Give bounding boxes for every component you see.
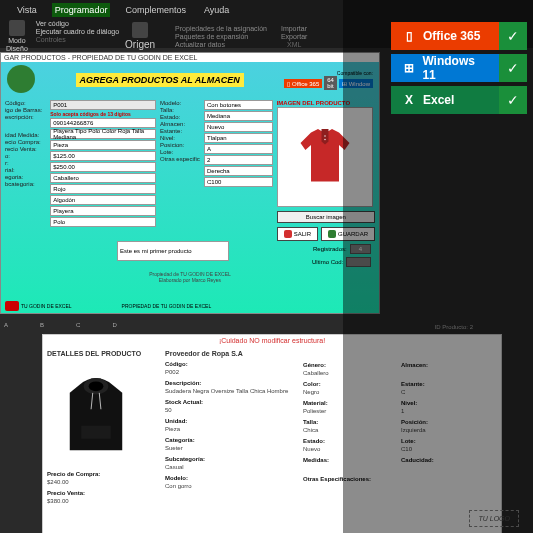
sheet-value: Sueter bbox=[165, 445, 295, 451]
price-sell: $380.00 bbox=[47, 498, 157, 504]
product-image-box bbox=[277, 107, 373, 207]
registered-count: 4 bbox=[350, 244, 371, 254]
design-mode-icon bbox=[9, 20, 25, 36]
badge-excel: XExcel bbox=[391, 86, 499, 114]
input-field[interactable]: $250.00 bbox=[50, 162, 156, 172]
exit-button[interactable]: SALIR bbox=[277, 227, 318, 241]
input-field[interactable]: Playera Tipo Polo Color Roja Talla Media… bbox=[50, 129, 156, 139]
form-footer: Propiedad de TU GODIN DE EXCEL Elaborado… bbox=[1, 271, 379, 283]
badge-office365: ▯Office 365 bbox=[391, 22, 499, 50]
form-titlebar: GAR PRODUCTOS - PROPIEDAD DE TU GODIN DE… bbox=[1, 53, 379, 62]
search-image-button[interactable]: Buscar imagen bbox=[277, 211, 375, 223]
barcode-field[interactable]: 090144266876 bbox=[50, 118, 156, 128]
input-field[interactable]: C100 bbox=[204, 177, 273, 187]
svg-point-1 bbox=[324, 139, 325, 140]
ribbon-tabs: Vista Programador Complementos Ayuda bbox=[0, 0, 533, 17]
logo-placeholder: TU LOGO bbox=[469, 510, 519, 527]
badge-windows11: ⊞Windows 11 bbox=[391, 54, 499, 82]
sheet-value: Caballero bbox=[303, 370, 393, 376]
tab-ayuda[interactable]: Ayuda bbox=[201, 3, 232, 17]
code-field[interactable]: P001 bbox=[50, 100, 156, 110]
sheet-value: Pieza bbox=[165, 426, 295, 432]
price-buy: $240.00 bbox=[47, 479, 157, 485]
badge-windows-icon: ⊞ Window bbox=[339, 79, 373, 88]
sheet-value: Sudadera Negra Oversize Talla Chica Homb… bbox=[165, 388, 295, 394]
input-field[interactable]: 2 bbox=[204, 155, 273, 165]
badge-office-icon: ▯ Office 365 bbox=[284, 79, 322, 88]
sheet-value: Poliester bbox=[303, 408, 393, 414]
input-field[interactable]: Derecha bbox=[204, 166, 273, 176]
sheet-value: Izquierda bbox=[401, 427, 471, 433]
youtube-icon bbox=[5, 301, 19, 311]
sheet-value: C10 bbox=[401, 446, 471, 452]
sheet-value bbox=[401, 370, 471, 376]
input-field[interactable]: Nuevo bbox=[204, 122, 273, 132]
ribbon-btn-vercodigo[interactable]: Ver código bbox=[36, 20, 69, 27]
sheet-value: 1 bbox=[401, 408, 471, 414]
ribbon-btn-upd[interactable]: Actualizar datos bbox=[175, 41, 267, 48]
form-header: AGREGA PRODUCTOS AL ALMACEN bbox=[76, 73, 244, 87]
sheet-value bbox=[401, 465, 471, 471]
input-field[interactable]: Tlalpan bbox=[204, 133, 273, 143]
input-field[interactable]: Pieza bbox=[50, 140, 156, 150]
ribbon-btn-prop[interactable]: Propiedades de la asignación bbox=[175, 25, 267, 32]
tab-vista[interactable]: Vista bbox=[14, 3, 40, 17]
product-form-window: GAR PRODUCTOS - PROPIEDAD DE TU GODIN DE… bbox=[0, 52, 380, 314]
sheet-value: Casual bbox=[165, 464, 295, 470]
sheet-value: Nuevo bbox=[303, 446, 393, 452]
input-field[interactable]: Algodón bbox=[50, 195, 156, 205]
input-field[interactable]: Caballero bbox=[50, 173, 156, 183]
check-icon: ✓ bbox=[499, 54, 527, 82]
sheet-value: C bbox=[401, 389, 471, 395]
input-field[interactable]: Rojo bbox=[50, 184, 156, 194]
office-icon: ▯ bbox=[401, 28, 417, 44]
exit-icon bbox=[284, 230, 292, 238]
sheet-value bbox=[303, 465, 393, 471]
input-field[interactable]: A bbox=[204, 144, 273, 154]
svg-rect-4 bbox=[81, 426, 111, 439]
excel-icon: X bbox=[401, 92, 417, 108]
input-field[interactable]: Polo bbox=[50, 217, 156, 227]
hoodie-image bbox=[47, 361, 145, 469]
sheet-value: Negro bbox=[303, 389, 393, 395]
svg-point-3 bbox=[89, 381, 104, 391]
ribbon-btn-pack[interactable]: Paquetes de expansión bbox=[175, 33, 267, 40]
ribbon-btn-import[interactable]: Importar bbox=[281, 25, 307, 32]
tab-programador[interactable]: Programador bbox=[52, 3, 111, 17]
last-code bbox=[346, 257, 371, 267]
ribbon-btn-export[interactable]: Exportar bbox=[281, 33, 307, 40]
check-icon: ✓ bbox=[499, 86, 527, 114]
badge-64bit-icon: 64bit bbox=[324, 76, 337, 90]
source-icon bbox=[132, 22, 148, 38]
input-field[interactable]: $125.00 bbox=[50, 151, 156, 161]
extra-spec-field[interactable]: Este es mi primer producto bbox=[117, 241, 229, 261]
sheet-warning: ¡Cuidado NO modificar estructura! bbox=[43, 335, 501, 346]
sheet-value: Chica bbox=[303, 427, 393, 433]
ribbon-btn-modo[interactable]: ModoDiseño bbox=[6, 20, 28, 52]
svg-point-0 bbox=[324, 135, 325, 136]
avatar-icon bbox=[7, 65, 35, 93]
ribbon-btn-dialogo[interactable]: Ejecutar cuadro de diálogo bbox=[36, 28, 119, 35]
detail-sheet: ¡Cuidado NO modificar estructura! DETALL… bbox=[42, 334, 502, 533]
windows-icon: ⊞ bbox=[401, 60, 416, 76]
save-button[interactable]: GUARDAR bbox=[321, 227, 375, 241]
input-field[interactable]: Mediana bbox=[204, 111, 273, 121]
image-label: IMAGEN DEL PRODUCTO bbox=[277, 100, 375, 106]
save-icon bbox=[328, 230, 336, 238]
input-field[interactable]: Con botones bbox=[204, 100, 273, 110]
polo-shirt-icon bbox=[290, 122, 360, 192]
check-icon: ✓ bbox=[499, 22, 527, 50]
ribbon-btn-origen[interactable]: Origen bbox=[125, 22, 155, 50]
input-field[interactable]: Playera bbox=[50, 206, 156, 216]
tab-complementos[interactable]: Complementos bbox=[122, 3, 189, 17]
compat-badges: ▯Office 365✓ ⊞Windows 11✓ XExcel✓ bbox=[391, 22, 527, 114]
sheet-value: 50 bbox=[165, 407, 295, 413]
sheet-value: P002 bbox=[165, 369, 295, 375]
column-headers: ABCD bbox=[0, 322, 117, 328]
